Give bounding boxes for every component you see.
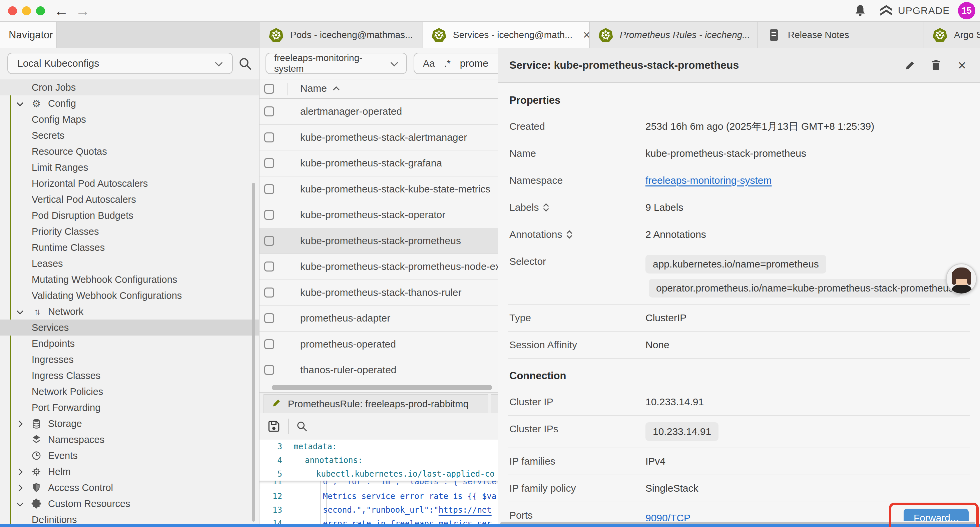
port-link[interactable]: 9090/TCP [646, 511, 690, 521]
column-header-name[interactable]: Name [300, 83, 340, 94]
yaml-editor[interactable]: 3metadata:4annotations:5kubectl.kubernet… [259, 439, 498, 527]
sidebar-item-custom-resources[interactable]: Custom Resources [0, 496, 259, 512]
table-row-prometheus-adapter[interactable]: prometheus-adapter [259, 306, 498, 331]
sidebar-item-endpoints[interactable]: Endpoints [0, 336, 259, 352]
row-checkbox[interactable] [264, 132, 274, 142]
table-row-kube-prometheus-stack-operator[interactable]: kube-prometheus-stack-operator [259, 202, 498, 228]
row-checkbox[interactable] [264, 288, 274, 298]
table-row-kube-prometheus-stack-prometheus[interactable]: kube-prometheus-stack-prometheus [259, 228, 498, 254]
chevron-down-icon [391, 60, 398, 67]
chevron-down-icon[interactable] [15, 99, 25, 108]
back-icon[interactable]: ← [54, 1, 69, 21]
chevron-spacer [15, 451, 25, 460]
row-checkbox[interactable] [264, 158, 274, 168]
sidebar-item-ingress-classes[interactable]: Ingress Classes [0, 368, 259, 384]
sidebar-item-access-control[interactable]: Access Control [0, 480, 259, 496]
tab-pods-icecheng-mathmas[interactable]: Pods - icecheng@mathmas... [260, 22, 423, 48]
sidebar-item-pod-disruption-budgets[interactable]: Pod Disruption Budgets [0, 207, 259, 223]
chevron-down-icon[interactable] [15, 499, 25, 508]
close-icon[interactable]: × [955, 59, 969, 72]
sidebar-item-secrets[interactable]: Secrets [0, 127, 259, 143]
sidebar-item-vertical-pod-autoscalers[interactable]: Vertical Pod Autoscalers [0, 191, 259, 207]
sidebar-item-resource-quotas[interactable]: Resource Quotas [0, 143, 259, 159]
upgrade-label[interactable]: UPGRADE [898, 5, 950, 16]
sidebar-item-events[interactable]: Events [0, 447, 259, 463]
row-checkbox[interactable] [264, 210, 274, 220]
sidebar-search-icon[interactable] [237, 56, 253, 72]
sidebar-item-port-forwarding[interactable]: Port Forwarding [0, 400, 259, 416]
forward-icon[interactable]: → [75, 1, 90, 21]
sidebar-item-namespaces[interactable]: Namespaces [0, 431, 259, 447]
table-row-kube-prometheus-stack-kube-state-metrics[interactable]: kube-prometheus-stack-kube-state-metrics [259, 177, 498, 202]
table-horizontal-scrollbar[interactable] [272, 385, 492, 390]
tab-argo-se[interactable]: Argo Se [924, 22, 980, 48]
sidebar-item-ingresses[interactable]: Ingresses [0, 352, 259, 368]
delete-icon[interactable] [929, 59, 943, 72]
minimize-window-button[interactable] [22, 6, 31, 15]
annotation-highlight-rect [889, 503, 978, 527]
sidebar-item-storage[interactable]: Storage [0, 416, 259, 431]
namespace-filter[interactable]: freeleaps-monitoring-system [266, 53, 407, 74]
tab-prometheus-rules-icecheng[interactable]: Prometheus Rules - icecheng... [590, 22, 758, 48]
chevron-down-icon[interactable] [15, 307, 25, 316]
navigator-panel-tab[interactable]: Navigator [0, 22, 57, 48]
edit-icon[interactable] [903, 59, 916, 72]
chevron-right-icon[interactable] [15, 419, 25, 428]
table-row-prometheus-operated[interactable]: prometheus-operated [259, 331, 498, 358]
property-label: Session Affinity [509, 338, 646, 352]
close-window-button[interactable] [8, 6, 17, 15]
sidebar-item-horizontal-pod-autoscalers[interactable]: Horizontal Pod Autoscalers [0, 175, 259, 191]
select-all-checkbox[interactable] [264, 84, 274, 94]
row-checkbox[interactable] [264, 261, 274, 272]
sidebar-item-label: Network [48, 306, 83, 317]
sidebar-item-leases[interactable]: Leases [0, 255, 259, 272]
row-checkbox[interactable] [264, 107, 274, 116]
editor-search-icon[interactable] [296, 420, 308, 433]
match-case-toggle[interactable]: Aa [423, 58, 434, 69]
property-value: SingleStack [646, 482, 969, 495]
regex-toggle-icon[interactable]: .* [444, 58, 450, 69]
sidebar-item-priority-classes[interactable]: Priority Classes [0, 223, 259, 239]
chevron-right-icon[interactable] [15, 483, 25, 492]
sidebar-item-runtime-classes[interactable]: Runtime Classes [0, 239, 259, 255]
table-row-kube-prometheus-stack-thanos-ruler[interactable]: kube-prometheus-stack-thanos-ruler [259, 280, 498, 306]
notification-count-badge[interactable]: 15 [958, 2, 975, 19]
sidebar-item-mutating-webhook-configurations[interactable]: Mutating Webhook Configurations [0, 272, 259, 288]
dock-tab-prometheusrule[interactable]: PrometheusRule: freeleaps-prod-rabbitmq [264, 394, 488, 413]
row-checkbox[interactable] [264, 236, 274, 246]
row-checkbox[interactable] [264, 184, 274, 194]
expander-icon[interactable] [544, 204, 551, 211]
tab-release-notes[interactable]: Release Notes [758, 22, 924, 48]
chevron-right-icon[interactable] [15, 467, 25, 476]
save-icon[interactable] [267, 419, 281, 433]
tab-close-icon[interactable]: × [579, 28, 590, 42]
table-row-alertmanager-operated[interactable]: alertmanager-operated [259, 99, 498, 125]
row-checkbox[interactable] [264, 339, 274, 349]
sidebar-item-services[interactable]: Services [0, 320, 259, 336]
row-name: kube-prometheus-stack-operator [300, 209, 445, 220]
sidebar-item-config-maps[interactable]: Config Maps [0, 111, 259, 127]
row-checkbox[interactable] [264, 365, 274, 375]
sidebar-item-network[interactable]: ↑↓Network [0, 304, 259, 320]
bell-icon[interactable] [853, 4, 867, 18]
upgrade-icon[interactable] [879, 4, 893, 18]
table-row-kube-prometheus-stack-prometheus-node-ex[interactable]: kube-prometheus-stack-prometheus-node-ex… [259, 254, 498, 280]
sidebar-item-validating-webhook-configurations[interactable]: Validating Webhook Configurations [0, 288, 259, 304]
maximize-window-button[interactable] [36, 6, 45, 15]
tab-services-icecheng-math[interactable]: Services - icecheng@math...× [423, 22, 590, 48]
expander-icon[interactable] [567, 231, 574, 238]
sidebar-item-network-policies[interactable]: Network Policies [0, 384, 259, 400]
avatar[interactable] [946, 263, 977, 294]
row-checkbox[interactable] [264, 313, 274, 323]
sidebar-scrollbar[interactable] [252, 183, 255, 522]
table-row-thanos-ruler-operated[interactable]: thanos-ruler-operated [259, 357, 498, 383]
sidebar-item-cron-jobs[interactable]: Cron Jobs [0, 80, 259, 96]
kubeconfig-selector[interactable]: Local Kubeconfigs [7, 53, 233, 74]
table-row-kube-prometheus-stack-alertmanager[interactable]: kube-prometheus-stack-alertmanager [259, 125, 498, 151]
sidebar-item-limit-ranges[interactable]: Limit Ranges [0, 159, 259, 175]
sidebar-item-helm[interactable]: Helm [0, 463, 259, 480]
namespace-link[interactable]: freeleaps-monitoring-system [646, 175, 772, 186]
sidebar-item-config[interactable]: ⚙Config [0, 96, 259, 111]
search-input[interactable]: Aa .* prome [414, 53, 498, 74]
table-row-kube-prometheus-stack-grafana[interactable]: kube-prometheus-stack-grafana [259, 150, 498, 177]
